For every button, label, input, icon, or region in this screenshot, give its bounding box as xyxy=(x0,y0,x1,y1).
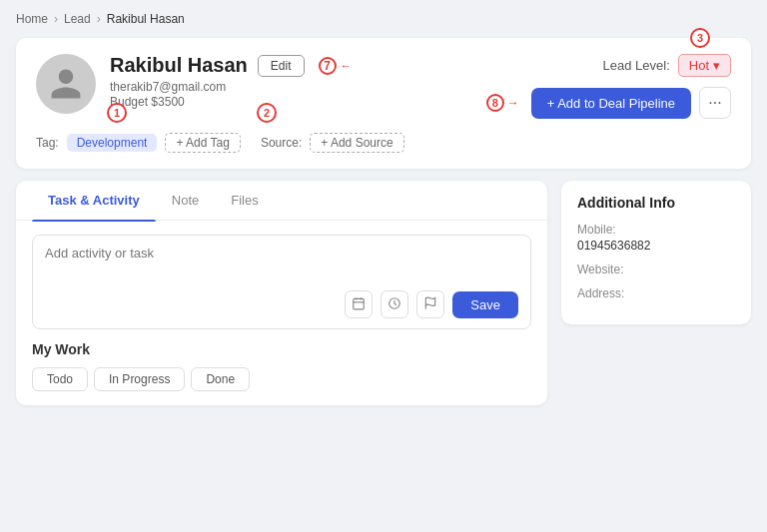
profile-budget: Budget $3500 xyxy=(110,95,353,109)
profile-info: Rakibul Hasan Edit 7 ← therakib7@gmail.c… xyxy=(110,54,353,109)
edit-button[interactable]: Edit xyxy=(258,55,305,77)
profile-card: 3 Rakibul Hasan Edit 7 xyxy=(16,38,751,169)
lead-actions: 8 → + Add to Deal Pipeline ··· xyxy=(486,87,731,119)
flag-icon xyxy=(423,296,437,313)
info-row-website: Website: xyxy=(577,263,735,276)
info-row-address: Address: xyxy=(577,286,735,300)
profile-header: Rakibul Hasan Edit 7 ← therakib7@gmail.c… xyxy=(36,54,731,119)
info-row-mobile: Mobile: 01945636882 xyxy=(577,223,735,253)
info-key-address: Address: xyxy=(577,286,735,300)
activity-textarea[interactable] xyxy=(45,246,518,281)
filter-todo[interactable]: Todo xyxy=(32,367,88,391)
tag-label: Tag: xyxy=(36,136,59,150)
anno-8: 8 xyxy=(486,94,504,112)
calendar-icon-button[interactable] xyxy=(345,290,373,318)
tabs-body: Save My Work Todo In Progress Done xyxy=(16,221,547,405)
lead-level-row: Lead Level: Hot ▾ xyxy=(603,54,731,77)
profile-name: Rakibul Hasan Edit 7 ← xyxy=(110,54,353,77)
ellipsis-icon: ··· xyxy=(708,94,721,112)
tabs-header: 4 5 6 Task & Activity xyxy=(16,181,547,221)
svg-rect-0 xyxy=(354,298,365,309)
source-label: Source: xyxy=(261,136,302,150)
breadcrumb-sep1: › xyxy=(54,12,58,26)
filter-done[interactable]: Done xyxy=(191,367,250,391)
page-wrapper: Home › Lead › Rakibul Hasan 3 Rakibul Ha… xyxy=(0,0,767,532)
profile-right: Lead Level: Hot ▾ 8 → + Add to Deal Pipe… xyxy=(486,54,731,119)
activity-input-box: Save xyxy=(32,235,531,329)
breadcrumb: Home › Lead › Rakibul Hasan xyxy=(16,12,751,26)
profile-left: Rakibul Hasan Edit 7 ← therakib7@gmail.c… xyxy=(36,54,353,114)
my-work-title: My Work xyxy=(32,341,531,357)
work-filters: Todo In Progress Done xyxy=(32,367,531,391)
info-key-mobile: Mobile: xyxy=(577,223,735,237)
profile-email: therakib7@gmail.com xyxy=(110,80,353,94)
anno-3: 3 xyxy=(690,28,710,48)
breadcrumb-home[interactable]: Home xyxy=(16,12,48,26)
add-deal-pipeline-button[interactable]: + Add to Deal Pipeline xyxy=(531,88,691,119)
save-button[interactable]: Save xyxy=(452,291,518,318)
add-tag-button[interactable]: + Add Tag xyxy=(165,133,241,153)
tab-note[interactable]: Note xyxy=(156,181,215,220)
more-options-button[interactable]: ··· xyxy=(699,87,731,119)
lead-level-label: Lead Level: xyxy=(603,58,670,73)
filter-in-progress[interactable]: In Progress xyxy=(94,367,185,391)
flag-icon-button[interactable] xyxy=(416,290,444,318)
chevron-down-icon: ▾ xyxy=(713,58,720,73)
clock-icon xyxy=(387,296,401,313)
tag-group: Tag: Development + Add Tag xyxy=(36,133,241,153)
activity-input-footer: Save xyxy=(45,290,518,318)
add-source-button[interactable]: + Add Source xyxy=(310,133,403,153)
anno-2: 2 xyxy=(257,103,277,123)
source-group: Source: + Add Source xyxy=(261,133,404,153)
main-content: 4 5 6 Task & Activity xyxy=(16,181,751,405)
my-work-section: My Work Todo In Progress Done xyxy=(32,341,531,391)
avatar xyxy=(36,54,96,114)
arrow-icon: → xyxy=(507,96,519,110)
additional-info-title: Additional Info xyxy=(577,195,735,211)
info-key-website: Website: xyxy=(577,263,735,276)
breadcrumb-lead[interactable]: Lead xyxy=(64,12,91,26)
tab-files[interactable]: Files xyxy=(215,181,274,220)
additional-info-card: Additional Info Mobile: 01945636882 Webs… xyxy=(561,181,751,324)
lead-level-badge[interactable]: Hot ▾ xyxy=(678,54,731,77)
anno-1: 1 xyxy=(107,103,127,123)
left-panel: 4 5 6 Task & Activity xyxy=(16,181,547,405)
breadcrumb-current: Rakibul Hasan xyxy=(107,12,185,26)
info-val-mobile: 01945636882 xyxy=(577,239,735,253)
calendar-icon xyxy=(352,296,366,313)
user-icon xyxy=(48,66,84,102)
tag-value[interactable]: Development xyxy=(67,134,158,152)
tabs-card: 4 5 6 Task & Activity xyxy=(16,181,547,405)
breadcrumb-sep2: › xyxy=(97,12,101,26)
right-panel: Additional Info Mobile: 01945636882 Webs… xyxy=(561,181,751,405)
tags-row: 1 2 Tag: Development + Add Tag Source: +… xyxy=(36,133,731,153)
anno-7: 7 xyxy=(319,57,337,75)
tab-task-activity[interactable]: Task & Activity xyxy=(32,181,156,220)
clock-icon-button[interactable] xyxy=(381,290,408,318)
